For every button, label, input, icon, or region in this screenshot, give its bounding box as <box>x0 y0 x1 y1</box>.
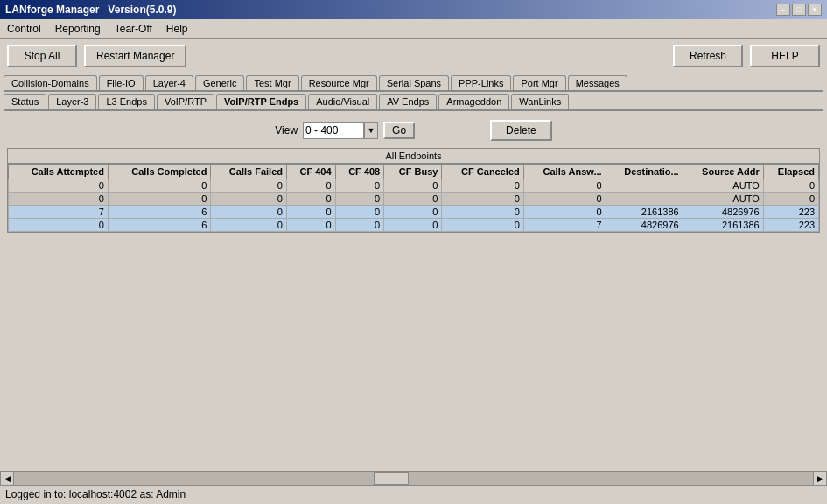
tab-ppp-links[interactable]: PPP-Links <box>451 75 511 90</box>
table-cell: 2161386 <box>606 206 683 219</box>
table-cell: 0 <box>384 192 442 206</box>
table-cell: 0 <box>9 192 109 206</box>
menu-help[interactable]: Help <box>163 21 192 37</box>
tab-wanlinks[interactable]: WanLinks <box>511 94 569 109</box>
tab-armageddon[interactable]: Armageddon <box>438 94 509 109</box>
menu-tearoff[interactable]: Tear-Off <box>111 21 156 37</box>
tab-port-mgr[interactable]: Port Mgr <box>513 75 565 90</box>
tab-status[interactable]: Status <box>4 94 46 109</box>
table-cell: 6 <box>108 219 210 232</box>
endpoints-table: Calls Attempted Calls Completed Calls Fa… <box>8 164 819 232</box>
col-cf-404: CF 404 <box>286 164 335 179</box>
status-bar: Logged in to: localhost:4002 as: Admin <box>0 485 827 504</box>
table-cell: 0 <box>384 179 442 192</box>
tab-collision-domains[interactable]: Collision-Domains <box>4 75 97 90</box>
main-content: View ▼ Go Delete All Endpoints Calls Att… <box>0 111 827 238</box>
table-row[interactable]: 00000000AUTO0 <box>9 179 819 192</box>
table-row[interactable]: 00000000AUTO0 <box>9 192 819 206</box>
table-cell: 0 <box>211 179 287 192</box>
table-cell: 0 <box>211 206 287 219</box>
col-cf-408: CF 408 <box>335 164 384 179</box>
menu-control[interactable]: Control <box>4 21 45 37</box>
horizontal-scrollbar[interactable]: ◀ ▶ <box>0 471 827 485</box>
tab-serial-spans[interactable]: Serial Spans <box>379 75 449 90</box>
table-cell: 0 <box>9 219 109 232</box>
col-cf-canceled: CF Canceled <box>442 164 523 179</box>
table-cell: 0 <box>442 179 523 192</box>
help-button[interactable]: HELP <box>750 45 820 67</box>
all-endpoints-section: All Endpoints Calls Attempted Calls Comp… <box>7 148 820 233</box>
table-cell: 223 <box>763 206 818 219</box>
delete-button[interactable]: Delete <box>490 120 552 141</box>
table-cell: 7 <box>9 206 109 219</box>
table-cell: 0 <box>384 206 442 219</box>
table-cell: 7 <box>523 219 606 232</box>
col-calls-completed: Calls Completed <box>108 164 210 179</box>
tab-row-1: Collision-Domains File-IO Layer-4 Generi… <box>0 74 827 90</box>
window-controls[interactable]: – □ ✕ <box>776 4 822 16</box>
table-cell: 0 <box>384 219 442 232</box>
tab-resource-mgr[interactable]: Resource Mgr <box>301 75 377 90</box>
col-calls-attempted: Calls Attempted <box>9 164 109 179</box>
table-cell <box>606 192 683 206</box>
tab-layer4[interactable]: Layer-4 <box>145 75 193 90</box>
tab-l3-endps[interactable]: L3 Endps <box>98 94 154 109</box>
table-cell: 0 <box>335 206 384 219</box>
scroll-right-button[interactable]: ▶ <box>813 472 827 486</box>
view-control-row: View ▼ Go Delete <box>5 120 822 141</box>
table-cell: 4826976 <box>683 206 763 219</box>
table-cell: 6 <box>108 206 210 219</box>
tab-voip-rtp[interactable]: VoIP/RTP <box>157 94 214 109</box>
table-cell: 0 <box>108 192 210 206</box>
col-elapsed: Elapsed <box>763 164 818 179</box>
title-bar: LANforge Manager Version(5.0.9) – □ ✕ <box>0 0 827 19</box>
table-row[interactable]: 7600000021613864826976223 <box>9 206 819 219</box>
tab-row-2: Status Layer-3 L3 Endps VoIP/RTP VoIP/RT… <box>0 92 827 109</box>
tab-av-endps[interactable]: AV Endps <box>379 94 437 109</box>
status-text: Logged in to: localhost:4002 as: Admin <box>5 488 186 500</box>
col-destination: Destinatio... <box>606 164 683 179</box>
scroll-track[interactable] <box>14 472 813 486</box>
table-cell: 2161386 <box>683 219 763 232</box>
table-cell: 0 <box>763 192 818 206</box>
table-cell: 0 <box>442 219 523 232</box>
table-cell: AUTO <box>683 179 763 192</box>
table-cell: 0 <box>9 179 109 192</box>
table-cell: 0 <box>442 192 523 206</box>
refresh-button[interactable]: Refresh <box>673 45 743 67</box>
col-source-addr: Source Addr <box>683 164 763 179</box>
tab-voip-rtp-endps[interactable]: VoIP/RTP Endps <box>216 94 306 109</box>
tab-audio-visual[interactable]: Audio/Visual <box>308 94 377 109</box>
table-cell: 0 <box>286 179 335 192</box>
tab-messages[interactable]: Messages <box>568 75 627 90</box>
view-dropdown-button[interactable]: ▼ <box>364 122 378 139</box>
scroll-left-button[interactable]: ◀ <box>0 472 14 486</box>
scroll-thumb[interactable] <box>374 472 409 485</box>
view-input[interactable] <box>303 122 364 139</box>
table-cell: 0 <box>523 179 606 192</box>
tab-test-mgr[interactable]: Test Mgr <box>246 75 298 90</box>
menu-reporting[interactable]: Reporting <box>52 21 104 37</box>
minimize-button[interactable]: – <box>776 4 790 16</box>
toolbar: Stop All Restart Manager Refresh HELP <box>0 39 827 74</box>
close-button[interactable]: ✕ <box>808 4 822 16</box>
table-cell: 4826976 <box>606 219 683 232</box>
table-cell: AUTO <box>683 192 763 206</box>
menu-bar: Control Reporting Tear-Off Help <box>0 19 827 39</box>
col-cf-busy: CF Busy <box>384 164 442 179</box>
tab-layer3[interactable]: Layer-3 <box>48 94 96 109</box>
restart-manager-button[interactable]: Restart Manager <box>84 45 186 67</box>
table-cell: 0 <box>286 219 335 232</box>
col-calls-answ: Calls Answ... <box>523 164 606 179</box>
tab-file-io[interactable]: File-IO <box>99 75 144 90</box>
table-row[interactable]: 0600000748269762161386223 <box>9 219 819 232</box>
maximize-button[interactable]: □ <box>792 4 806 16</box>
tab-generic[interactable]: Generic <box>195 75 245 90</box>
stop-all-button[interactable]: Stop All <box>7 45 77 67</box>
table-cell: 0 <box>763 179 818 192</box>
table-cell: 0 <box>211 219 287 232</box>
table-cell: 0 <box>335 179 384 192</box>
table-cell: 0 <box>442 206 523 219</box>
table-cell: 0 <box>335 219 384 232</box>
go-button[interactable]: Go <box>383 122 415 139</box>
